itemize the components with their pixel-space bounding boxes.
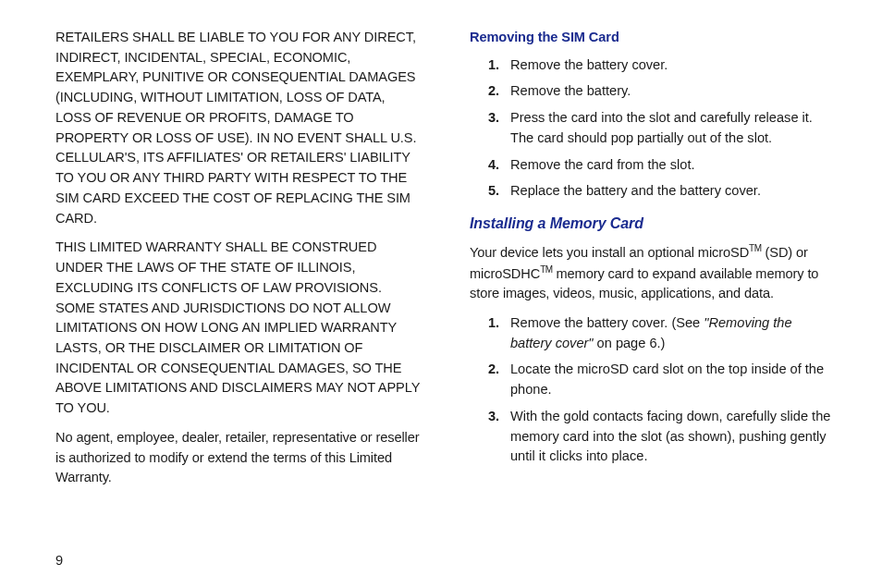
sim-steps-list: 1.Remove the battery cover. 2.Remove the…	[470, 55, 836, 202]
trademark-icon: TM	[540, 264, 552, 275]
warranty-paragraph-2: THIS LIMITED WARRANTY SHALL BE CONSTRUED…	[55, 238, 422, 419]
trademark-icon: TM	[749, 243, 761, 253]
list-item: 2.Remove the battery.	[488, 81, 836, 102]
step-text: Remove the battery cover. (See "Removing…	[510, 315, 792, 350]
step-text: With the gold contacts facing down, care…	[510, 409, 830, 463]
list-item: 1.Remove the battery cover.	[488, 55, 836, 76]
intro-text: Your device lets you install an optional…	[470, 245, 749, 260]
step-number: 1.	[488, 55, 499, 76]
heading-installing-memory: Installing a Memory Card	[470, 213, 836, 235]
step-text: Replace the battery and the battery cove…	[510, 183, 761, 198]
step-number: 2.	[488, 360, 499, 380]
right-column: Removing the SIM Card 1.Remove the batte…	[470, 28, 836, 534]
step-text: Remove the card from the slot.	[510, 157, 695, 172]
list-item: 5.Replace the battery and the battery co…	[488, 181, 836, 202]
step-number: 2.	[488, 81, 499, 102]
list-item: 3.Press the card into the slot and caref…	[488, 108, 836, 148]
memory-intro: Your device lets you install an optional…	[470, 242, 836, 304]
page-number: 9	[55, 553, 63, 568]
step-text: Press the card into the slot and careful…	[510, 110, 813, 145]
step-text: Remove the battery cover.	[510, 57, 668, 72]
step-text: Locate the microSD card slot on the top …	[510, 361, 824, 397]
heading-removing-sim: Removing the SIM Card	[470, 28, 836, 48]
page-columns: RETAILERS SHALL BE LIABLE TO YOU FOR ANY…	[55, 28, 836, 534]
list-item: 4.Remove the card from the slot.	[488, 155, 836, 176]
step-number: 5.	[488, 181, 499, 202]
step-number: 1.	[488, 313, 499, 334]
warranty-paragraph-1: RETAILERS SHALL BE LIABLE TO YOU FOR ANY…	[55, 28, 422, 228]
warranty-paragraph-3: No agent, employee, dealer, retailer, re…	[55, 428, 422, 488]
step-number: 4.	[488, 155, 499, 176]
memory-steps-list: 1.Remove the battery cover. (See "Removi…	[470, 313, 836, 467]
list-item: 2.Locate the microSD card slot on the to…	[488, 360, 836, 399]
list-item: 1.Remove the battery cover. (See "Removi…	[488, 313, 836, 353]
list-item: 3.With the gold contacts facing down, ca…	[488, 407, 836, 467]
step-number: 3.	[488, 108, 499, 129]
step-number: 3.	[488, 407, 499, 427]
step-text: Remove the battery.	[510, 83, 631, 98]
left-column: RETAILERS SHALL BE LIABLE TO YOU FOR ANY…	[55, 28, 422, 534]
